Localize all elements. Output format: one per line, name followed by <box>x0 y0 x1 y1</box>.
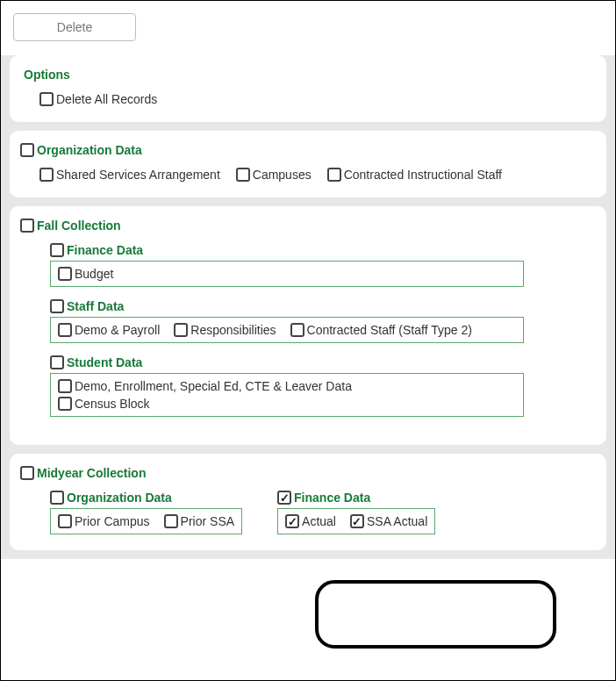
checkbox-icon <box>174 323 188 337</box>
checkbox-icon <box>39 168 54 182</box>
checkbox-icon <box>20 466 34 480</box>
checkbox-contracted-instructional-staff[interactable]: Contracted Instructional Staff <box>327 168 502 182</box>
checkbox-contracted-staff-type2[interactable]: Contracted Staff (Staff Type 2) <box>290 323 472 337</box>
checkbox-icon <box>50 299 64 313</box>
group-midyear-finance: Finance Data Actual SSA Actual <box>277 491 435 534</box>
checkbox-demo-payroll[interactable]: Demo & Payroll <box>58 323 160 337</box>
checkbox-icon <box>164 514 178 528</box>
checkbox-icon <box>50 491 64 505</box>
checkbox-icon <box>20 219 34 233</box>
checkbox-icon <box>39 92 54 106</box>
checkbox-fall-collection[interactable]: Fall Collection <box>20 219 121 233</box>
group-fall-finance: Finance Data Budget <box>50 243 592 287</box>
checkbox-actual[interactable]: Actual <box>285 514 336 528</box>
panel-options: Options Delete All Records <box>10 55 606 122</box>
checkbox-census-block[interactable]: Census Block <box>58 397 516 411</box>
checkbox-fall-staff-data[interactable]: Staff Data <box>50 299 124 313</box>
delete-button[interactable]: Delete <box>13 13 136 41</box>
checkbox-icon <box>50 355 64 369</box>
options-title: Options <box>24 68 592 82</box>
checkbox-icon <box>327 168 341 182</box>
checkbox-prior-ssa[interactable]: Prior SSA <box>164 514 234 528</box>
boxed-fall-staff: Demo & Payroll Responsibilities Contract… <box>50 317 524 343</box>
checkbox-fall-student-data[interactable]: Student Data <box>50 355 142 369</box>
checkbox-midyear-finance-data[interactable]: Finance Data <box>277 491 370 505</box>
panel-midyear-collection: Midyear Collection Organization Data <box>10 454 606 550</box>
boxed-fall-student: Demo, Enrollment, Special Ed, CTE & Leav… <box>50 373 524 417</box>
checkbox-midyear-org-data[interactable]: Organization Data <box>50 491 172 505</box>
checkbox-icon <box>58 323 72 337</box>
checkbox-organization-data[interactable]: Organization Data <box>20 143 142 157</box>
checkbox-fall-finance-data[interactable]: Finance Data <box>50 243 143 257</box>
checkbox-prior-campus[interactable]: Prior Campus <box>58 514 150 528</box>
checkbox-responsibilities[interactable]: Responsibilities <box>174 323 276 337</box>
checkbox-icon <box>350 514 364 528</box>
checkbox-demo-enrollment[interactable]: Demo, Enrollment, Special Ed, CTE & Leav… <box>58 379 516 393</box>
panel-fall-collection: Fall Collection Finance Data Budget <box>10 206 606 445</box>
group-fall-staff: Staff Data Demo & Payroll Responsibiliti… <box>50 299 592 343</box>
panel-organization-data: Organization Data Shared Services Arrang… <box>10 131 606 197</box>
group-fall-student: Student Data Demo, Enrollment, Special E… <box>50 355 592 417</box>
checkbox-delete-all-records[interactable]: Delete All Records <box>39 92 157 106</box>
checkbox-midyear-collection[interactable]: Midyear Collection <box>20 466 146 480</box>
checkbox-icon <box>236 168 250 182</box>
checkbox-icon <box>58 397 72 411</box>
checkbox-icon <box>58 379 72 393</box>
checkbox-icon <box>290 323 304 337</box>
checkbox-budget[interactable]: Budget <box>58 267 113 281</box>
checkbox-icon <box>20 143 34 157</box>
highlight-callout <box>315 580 556 649</box>
checkbox-icon <box>285 514 299 528</box>
group-midyear-org: Organization Data Prior Campus Prior SSA <box>50 491 242 534</box>
checkbox-icon <box>58 267 72 281</box>
checkbox-ssa-actual[interactable]: SSA Actual <box>350 514 427 528</box>
checkbox-icon <box>58 514 72 528</box>
boxed-fall-finance: Budget <box>50 261 524 287</box>
checkbox-campuses[interactable]: Campuses <box>236 168 312 182</box>
boxed-midyear-org: Prior Campus Prior SSA <box>50 508 242 534</box>
checkbox-shared-services[interactable]: Shared Services Arrangement <box>39 168 220 182</box>
checkbox-icon <box>277 491 291 505</box>
boxed-midyear-finance: Actual SSA Actual <box>277 508 435 534</box>
checkbox-icon <box>50 243 64 257</box>
